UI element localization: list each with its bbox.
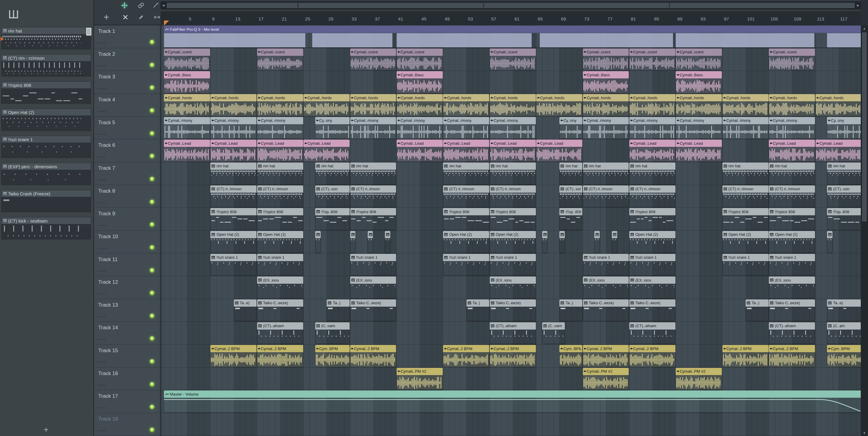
audio-clip[interactable]: ▸▸Cymati..hords [490,94,536,116]
clip-header[interactable]: (C..am [827,322,861,329]
clip-header[interactable]: ▸▸Cymati..Lead [397,140,443,147]
clip-header[interactable]: rim hat [210,163,256,170]
pattern-clip[interactable]: (EX..ions [769,277,815,298]
pattern-clip[interactable]: Taiko C..eeze) [769,299,815,321]
clip-header[interactable]: (C..oam [315,322,350,329]
clip-header[interactable]: !!uzi snare 1 [257,254,303,261]
clip-header[interactable]: ▸▸Cymati..ccent [629,49,675,56]
audio-clip[interactable]: ▸▸Cymati..Lead [443,140,489,162]
audio-clip[interactable]: ▸▸Cymati..Lead [164,140,210,162]
audio-clip[interactable]: ▸▸Cymati..hords [676,94,722,116]
track-name[interactable]: Track 13 [98,302,118,308]
clip-header[interactable] [827,231,832,238]
clip-header[interactable]: ▸▸Cymati..Lead [210,140,256,147]
pattern-clip[interactable]: (C..am [827,322,861,344]
clip-header[interactable] [594,231,600,238]
pencil-icon[interactable] [136,13,146,22]
clip-header[interactable]: !!uzi snare 1 [769,254,815,261]
audio-clip[interactable]: ▸▸Cymat..rmony [164,117,210,139]
automation-clip[interactable]: FabFilter Pro-Q 3 - Mix level [164,26,861,48]
audio-clip[interactable]: ▸▸Cymati..Bass [164,71,210,93]
clip-header[interactable]: (CT) ri..rimson [722,185,769,193]
pattern-clip[interactable]: !!uzi snare 1 [769,254,815,276]
audio-clip[interactable]: ▸▸Cymat..2 BPM [350,345,396,367]
audio-clip[interactable]: ▸▸Cymati..hords [443,94,489,116]
audio-clip[interactable]: ▸▸Cymat..rmony [350,117,396,139]
clip-header[interactable]: Open Hat (2) [722,231,769,238]
clip-header[interactable]: (CT)..afoam [629,322,675,329]
pattern-clip[interactable]: rim hat [257,163,303,184]
audio-clip[interactable]: ▸▸Cy..ony [315,117,350,139]
clip-header[interactable]: !!uzi snare 1 [583,254,629,261]
track-name[interactable]: Track 17 [98,393,118,399]
clip-header[interactable]: ▸▸Cymati..Lead [676,140,722,147]
audio-clip[interactable]: ▸▸Cymat..2 BPM [583,345,629,367]
pattern-clip[interactable]: (CT)..afoam [490,322,536,344]
clip-header[interactable]: Taiko C..eeze) [350,299,396,307]
pattern-clip[interactable]: Taiko C..eeze) [629,299,675,321]
clip-header[interactable]: ▸▸Cymat..rmony [490,117,536,124]
picker-item-label-row[interactable]: rim hat [1,27,91,34]
clip-header[interactable]: ▸▸Cymati..ccent [583,49,629,56]
track-grip[interactable] [98,225,105,226]
audio-clip[interactable]: ▸▸Cymat..rmony [210,117,256,139]
clip-header[interactable]: ▸▸Cymati..hords [815,94,861,101]
picker-item-preview[interactable] [1,34,91,50]
track-grip[interactable] [98,179,105,180]
track-mute-led[interactable] [150,200,154,204]
clip-header[interactable]: ▸▸Cymati..hords [722,94,769,101]
clip-header[interactable]: ▸▸Cy..ony [827,117,861,124]
scroll-left-icon[interactable]: ◀ [162,2,164,9]
audio-clip[interactable]: ▸▸Cymati..Lead [490,140,536,162]
audio-clip[interactable]: ▸▸Cymati..ccent [164,49,210,70]
clip-header[interactable]: rim hat [257,163,303,170]
track-name[interactable]: Track 2 [98,51,115,57]
clip-header[interactable]: ▸▸Cymati..Bass [676,71,722,78]
clip-header[interactable]: (CT)..afoam [257,322,303,329]
pattern-clip[interactable]: rim hat [490,163,536,184]
clip-header[interactable]: !!uzi snare 1 [629,254,675,261]
audio-clip[interactable]: ▸▸Cymat..2 BPM [490,345,536,367]
pattern-clip[interactable]: Open Hat (2) [257,231,303,253]
pattern-clip[interactable]: Ta..) [746,299,769,321]
clip-header[interactable]: ▸▸Cymat..rmony [583,117,629,124]
clip-header[interactable]: Ta..) [467,299,490,307]
clip-header[interactable]: (CT) ri..rimson [443,185,489,193]
clip-header[interactable]: ▸▸Cym..BPM [559,345,582,352]
pattern-clip[interactable]: !!!spinz 808 [769,208,815,230]
pattern-clip[interactable]: !!uzi snare 1 [443,254,489,276]
audio-clip[interactable]: ▸▸Cymati..Bass [676,71,722,93]
pattern-clip[interactable]: rim hat [443,163,489,184]
track-name[interactable]: Track 12 [98,279,118,285]
playlist-lane[interactable] [161,368,861,390]
pattern-clip[interactable]: rim hat [583,163,629,184]
clip-header[interactable]: ▸▸Cymati..ccent [257,49,303,56]
pattern-clip[interactable]: rim hat [210,163,256,184]
pattern-clip[interactable]: Ta..) [467,299,490,321]
pattern-clip[interactable]: Taiko C..eeze) [583,299,629,321]
audio-clip[interactable]: ▸▸Cymati..hords [722,94,769,116]
audio-clip[interactable]: ▸▸Cym..BPM [827,345,861,367]
clip-header[interactable]: Open Hat (2) [210,231,256,238]
clip-header[interactable]: (EX..ions [629,277,675,284]
clip-header[interactable]: ▸▸Cymati..hords [536,94,582,101]
track-name[interactable]: Track 16 [98,371,118,377]
clip-header[interactable]: rim hat [827,163,861,170]
track-mute-led[interactable] [150,428,154,432]
clip-header[interactable]: ▸▸Cymati..hords [490,94,536,101]
audio-clip[interactable]: ▸▸Cymati..hords [350,94,396,116]
audio-clip[interactable]: ▸▸Cymati..ccent [583,49,629,70]
pattern-clip[interactable]: !!!spinz 808 [257,208,303,230]
clip-header[interactable]: ▸▸Cymati..Lead [304,140,350,147]
clip-header[interactable]: !!!sp..808 [559,208,582,215]
pattern-clip[interactable]: Taiko C..eeze) [350,299,396,321]
clip-header[interactable]: Open Hat (2) [769,231,815,238]
clip-header[interactable]: ▸▸Cymati..Lead [815,140,861,147]
clip-header[interactable]: ▸▸Cymati..ccent [676,49,722,56]
vertical-scrollbar[interactable]: ▲ ▼ [861,25,868,436]
audio-clip[interactable]: ▸▸Cymati..PM #2 [397,368,443,390]
track-mute-led[interactable] [150,382,154,386]
pattern-clip[interactable]: Ta..) [559,299,582,321]
pattern-clip[interactable]: !!!sp..808 [315,208,350,230]
pattern-clip[interactable]: rim hat [769,163,815,184]
